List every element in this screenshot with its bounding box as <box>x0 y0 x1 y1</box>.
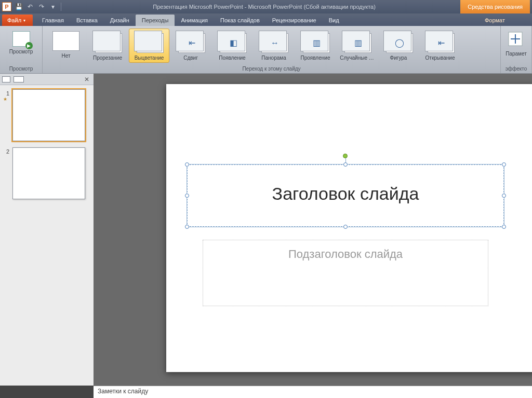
quick-access-toolbar: 💾 ↶ ↷ ▾ <box>14 2 63 12</box>
rotation-handle[interactable] <box>343 154 348 158</box>
ribbon-tabs: Файл Главная Вставка Дизайн Переходы Ани… <box>0 13 532 26</box>
group-effect-options: Парамет эффекто <box>501 26 532 73</box>
file-tab[interactable]: Файл <box>2 15 33 26</box>
tab-design[interactable]: Дизайн <box>104 15 136 26</box>
slides-panel: ✕ 1 ★ 2 <box>0 74 94 386</box>
resize-handle-nw[interactable] <box>185 162 189 167</box>
transition-fade[interactable]: Выцветание <box>129 29 169 63</box>
transition-uncover-icon: ⇤ <box>428 33 455 53</box>
transition-wipe-icon: ◧ <box>220 33 247 53</box>
transition-cut-icon <box>95 33 122 53</box>
thumb-meta: 1 ★ <box>3 89 9 141</box>
panel-tabs: ✕ <box>0 74 94 85</box>
tab-slideshow[interactable]: Показ слайдов <box>214 15 266 26</box>
transition-split[interactable]: ↔ Панорама <box>254 29 294 63</box>
resize-handle-sw[interactable] <box>185 225 189 229</box>
group-transitions: Нет Прорезание Выцветание ⇤ Сдвиг ◧ Появ… <box>43 26 501 73</box>
transition-shape[interactable]: ◯ Фигура <box>378 29 419 63</box>
save-icon[interactable]: 💾 <box>14 2 24 12</box>
transition-label: Сдвиг <box>183 55 198 61</box>
transition-label: Фигура <box>390 55 407 61</box>
qat-dropdown-icon[interactable]: ▾ <box>48 2 58 12</box>
slide-canvas[interactable]: Заголовок слайда Подзаголовок слайда <box>166 84 532 372</box>
redo-icon[interactable]: ↷ <box>36 2 47 12</box>
tab-transitions[interactable]: Переходы <box>136 15 175 26</box>
slide-canvas-area[interactable]: Заголовок слайда Подзаголовок слайда <box>94 74 532 386</box>
effect-options-icon <box>508 31 525 49</box>
slide-number: 2 <box>3 147 9 199</box>
resize-handle-e[interactable] <box>502 194 506 198</box>
transition-fade-icon <box>137 33 164 53</box>
transition-reveal-icon: ▥ <box>303 33 330 53</box>
transition-label: Проявление <box>301 55 330 61</box>
outline-tab-icon[interactable] <box>14 76 24 83</box>
group-preview-label: Просмотр <box>0 65 42 73</box>
transition-wipe[interactable]: ◧ Появление <box>212 29 252 63</box>
app-icon: P <box>2 2 11 11</box>
drawing-tools-context-label: Средства рисования <box>460 0 530 13</box>
transition-label: Нет <box>61 53 70 59</box>
tab-insert[interactable]: Вставка <box>70 15 104 26</box>
transition-cut[interactable]: Прорезание <box>87 29 128 63</box>
window-title: Презентация Microsoft PowerPoint - Micro… <box>68 4 460 10</box>
thumb-row: 1 ★ <box>3 89 90 141</box>
transition-label: Открывание <box>425 55 455 61</box>
separator <box>61 3 61 11</box>
tab-animation[interactable]: Анимация <box>175 15 214 26</box>
transition-none-icon <box>52 31 79 51</box>
workspace: ✕ 1 ★ 2 <box>0 74 532 386</box>
transition-push[interactable]: ⇤ Сдвиг <box>170 29 211 63</box>
tab-review[interactable]: Рецензирование <box>266 15 323 26</box>
title-bar: P 💾 ↶ ↷ ▾ Презентация Microsoft PowerPoi… <box>0 0 532 13</box>
transition-star-icon: ★ <box>3 97 9 102</box>
effect-options-label: Парамет <box>506 51 527 57</box>
transition-uncover[interactable]: ⇤ Открывание <box>420 29 460 63</box>
transition-push-icon: ⇤ <box>178 33 205 53</box>
resize-handle-ne[interactable] <box>502 162 506 167</box>
transition-random-icon: ▥ <box>344 33 371 53</box>
undo-icon[interactable]: ↶ <box>25 2 35 12</box>
tab-format[interactable]: Формат <box>478 15 511 26</box>
transition-random[interactable]: ▥ Случайные … <box>337 29 377 63</box>
subtitle-textbox[interactable]: Подзаголовок слайда <box>203 240 488 306</box>
resize-handle-n[interactable] <box>343 162 348 167</box>
resize-handle-w[interactable] <box>185 194 189 198</box>
selection-border <box>187 164 504 227</box>
thumb-row: 2 <box>3 147 90 199</box>
slide-thumbnail-2[interactable] <box>12 147 85 199</box>
transition-label: Панорама <box>261 55 286 61</box>
preview-label: Просмотр <box>9 49 33 54</box>
transition-shape-icon: ◯ <box>386 33 413 53</box>
preview-button[interactable]: Просмотр <box>3 29 39 63</box>
transition-label: Случайные … <box>340 55 374 61</box>
group-preview: Просмотр Просмотр <box>0 26 43 73</box>
notes-pane[interactable]: Заметки к слайду <box>94 386 532 398</box>
slide-thumbnail-1[interactable] <box>12 89 85 141</box>
title-textbox[interactable]: Заголовок слайда <box>187 164 504 227</box>
resize-handle-se[interactable] <box>502 225 506 229</box>
slide-thumbnails: 1 ★ 2 <box>0 85 94 386</box>
transition-label: Появление <box>219 55 245 61</box>
effect-options-button[interactable]: Парамет <box>504 29 528 63</box>
transition-reveal[interactable]: ▥ Проявление <box>295 29 336 63</box>
slides-tab-icon[interactable] <box>2 76 10 83</box>
group-transitions-label: Переход к этому слайду <box>43 65 500 73</box>
preview-icon <box>12 31 30 47</box>
transition-label: Прорезание <box>93 55 122 61</box>
ribbon: Просмотр Просмотр Нет Прорезание Выцвета… <box>0 26 532 74</box>
close-panel-icon[interactable]: ✕ <box>82 76 91 83</box>
transition-label: Выцветание <box>135 55 164 61</box>
tab-view[interactable]: Вид <box>323 15 345 26</box>
transition-split-icon: ↔ <box>261 33 288 53</box>
subtitle-placeholder-text[interactable]: Подзаголовок слайда <box>203 240 488 261</box>
tab-home[interactable]: Главная <box>36 15 70 26</box>
group-effect-label: эффекто <box>501 65 531 73</box>
resize-handle-s[interactable] <box>343 225 348 229</box>
transition-none[interactable]: Нет <box>46 29 86 63</box>
slide-number: 1 <box>3 89 9 97</box>
